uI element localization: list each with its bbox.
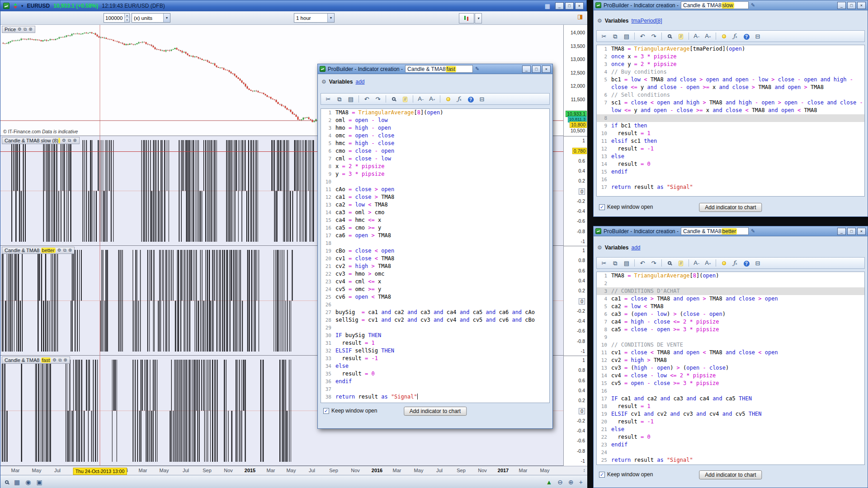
add-indicator-button[interactable]: Add indicator to chart [404, 407, 467, 416]
code-line[interactable]: 11cAo = close > open [321, 186, 549, 193]
code-line[interactable]: 21else [597, 426, 864, 433]
rename-icon[interactable]: ✎ [751, 2, 755, 8]
probuilder-titlebar[interactable]: ProBuilder - Indicator creation - Candle… [594, 0, 868, 10]
copy-icon[interactable]: ⧉ [612, 260, 619, 267]
print-icon[interactable]: ⊟ [478, 96, 486, 103]
chart-style-dropdown[interactable]: ▾ [475, 13, 482, 23]
checkbox-checked-icon[interactable]: ✓ [599, 204, 605, 210]
font-increase-icon[interactable]: A+ [704, 33, 712, 40]
panel-popout-icon[interactable]: ⧉ [68, 138, 71, 143]
code-line[interactable]: 14cv4 = close - low <= 2 * pipsize [597, 372, 864, 380]
code-line[interactable]: 31 result = 1 [321, 339, 549, 347]
redo-icon[interactable]: ↷ [650, 260, 657, 267]
panel-settings-icon[interactable]: ⚙ [62, 138, 66, 143]
indicator-name-field[interactable]: Candle & TMA8 better [681, 227, 749, 235]
cut-icon[interactable]: ✂ [325, 96, 332, 103]
search-icon[interactable] [390, 96, 397, 103]
code-line[interactable]: 18 result = 1 [597, 403, 864, 410]
panel-close-icon[interactable]: ⊗ [73, 138, 76, 143]
maximize-button[interactable]: □ [565, 2, 574, 9]
workspace-icon[interactable]: ▦ [545, 3, 550, 9]
cut-icon[interactable]: ✂ [600, 33, 608, 40]
probuilder-titlebar[interactable]: ProBuilder - Indicator creation - Candle… [594, 226, 868, 236]
comment-icon[interactable]: // [401, 95, 409, 103]
code-line[interactable]: 19cBo = close < open [321, 247, 549, 255]
comment-icon[interactable]: // [677, 259, 684, 267]
code-line[interactable]: 8 [597, 114, 864, 122]
code-line[interactable]: 7sc1 = close < open and high > TMA8 and … [597, 99, 864, 114]
code-line[interactable]: 22cv3 = hmo > omc [321, 270, 549, 278]
minimize-button[interactable]: _ [522, 66, 531, 73]
code-line[interactable]: 7cml = close - low [321, 155, 549, 163]
time-axis[interactable]: ↕ MarMayJulThu 24-Oct-2013 13:004MarMayJ… [0, 466, 587, 475]
code-line[interactable]: 6// Sell conditions [597, 91, 864, 99]
maximize-button[interactable]: □ [847, 228, 856, 235]
cut-icon[interactable]: ✂ [600, 260, 608, 267]
code-line[interactable]: 27buySig = ca1 and ca2 and ca3 and ca4 a… [321, 309, 549, 316]
font-increase-icon[interactable]: A+ [704, 259, 712, 267]
timeframe-select[interactable]: 1 hour▾ [294, 13, 335, 23]
code-editor[interactable]: 1TMA8 = TriangularAverage[tmaPeriod](ope… [596, 45, 865, 197]
panel-close-icon[interactable]: ⊗ [63, 358, 67, 362]
help-icon[interactable]: ? [467, 96, 474, 103]
search-icon[interactable] [666, 33, 673, 40]
symbol-dropdown-icon[interactable]: ▾ [21, 4, 24, 8]
formula-icon[interactable]: ƒx [456, 95, 463, 103]
rename-icon[interactable]: ✎ [475, 66, 479, 72]
code-line[interactable]: 5bc1 = low < TMA8 and close > open and o… [597, 76, 864, 91]
code-line[interactable]: 25return result as "Signal" [597, 456, 864, 464]
quantity-input[interactable]: 100000 ▴▾ [104, 13, 130, 23]
code-line[interactable]: 10// CONDITIONS DE VENTE [597, 341, 864, 349]
code-line[interactable]: 11cv1 = close < TMA8 and open < TMA8 and… [597, 349, 864, 357]
checkbox-checked-icon[interactable]: ✓ [323, 408, 329, 414]
code-line[interactable]: 11elsif sc1 then [597, 137, 864, 145]
code-line[interactable]: 6cmo = close - open [321, 147, 549, 155]
help-icon[interactable]: ? [743, 33, 750, 40]
add-indicator-button[interactable]: Add indicator to chart [699, 470, 762, 479]
code-line[interactable]: 17IF ca1 and ca2 and ca3 and ca4 and ca5… [597, 395, 864, 403]
code-line[interactable]: 12ca1 = close > TMA8 [321, 193, 549, 201]
code-line[interactable]: 16 [597, 176, 864, 183]
code-line[interactable]: 25cv6 = open < TMA8 [321, 293, 549, 301]
close-button[interactable]: × [857, 2, 866, 9]
code-line[interactable]: 12cv2 = high > TMA8 [597, 357, 864, 364]
redo-icon[interactable]: ↷ [374, 96, 382, 103]
code-line[interactable]: 30IF buySig THEN [321, 332, 549, 339]
redo-icon[interactable]: ↷ [650, 33, 657, 40]
indicator-name-field[interactable]: Candle & TMA8 fast [405, 65, 473, 73]
code-line[interactable]: 21cv2 = high > TMA8 [321, 263, 549, 270]
panel-popout-icon[interactable]: ⧉ [58, 358, 61, 362]
minimize-button[interactable]: _ [837, 2, 846, 9]
code-line[interactable]: 32ELSIF sellSig THEN [321, 347, 549, 355]
minimize-button[interactable]: _ [555, 2, 564, 9]
panel-popout-icon[interactable]: ⧉ [63, 248, 66, 253]
code-line[interactable]: 17ca6 = open > TMA8 [321, 232, 549, 239]
axis-scroll-icon[interactable]: ↕ [583, 467, 586, 473]
quantity-value[interactable]: 100000 [104, 15, 124, 21]
code-line[interactable]: 35 result = 0 [321, 370, 549, 378]
close-button[interactable]: × [575, 2, 584, 9]
font-increase-icon[interactable]: A+ [429, 95, 436, 103]
spin-down-icon[interactable]: ▾ [125, 18, 129, 23]
panel-close-icon[interactable]: ⊗ [68, 248, 72, 253]
code-line[interactable]: 23endif [597, 441, 864, 449]
code-line[interactable]: 38return result as "Signal" [321, 393, 549, 401]
code-line[interactable]: 4// Buy conditions [597, 68, 864, 76]
panel-popout-icon[interactable]: ⧉ [24, 27, 27, 32]
probuilder-titlebar[interactable]: ProBuilder - Indicator creation - Candle… [318, 64, 552, 74]
code-line[interactable]: 9 [597, 333, 864, 341]
code-line[interactable]: 13else [597, 153, 864, 160]
paste-icon[interactable]: ▤ [623, 260, 630, 267]
code-line[interactable]: 7ca4 = high - close <= 2 * pipsize [597, 318, 864, 326]
bulb-icon[interactable] [720, 33, 727, 40]
panel-close-icon[interactable]: ⊗ [28, 27, 32, 32]
print-icon[interactable]: ⊟ [754, 33, 761, 40]
code-line[interactable]: 1TMA8 = TriangularAverage[8](open) [597, 272, 864, 280]
code-line[interactable]: 14ca3 = oml > cmo [321, 209, 549, 216]
copy-icon[interactable]: ⧉ [612, 33, 619, 40]
paste-icon[interactable]: ▤ [623, 33, 630, 40]
help-icon[interactable]: ? [743, 260, 750, 267]
code-line[interactable]: 26 [321, 301, 549, 309]
code-line[interactable]: 8ca5 = close - open >= 3 * pipsize [597, 326, 864, 333]
undo-icon[interactable]: ↶ [363, 96, 370, 103]
